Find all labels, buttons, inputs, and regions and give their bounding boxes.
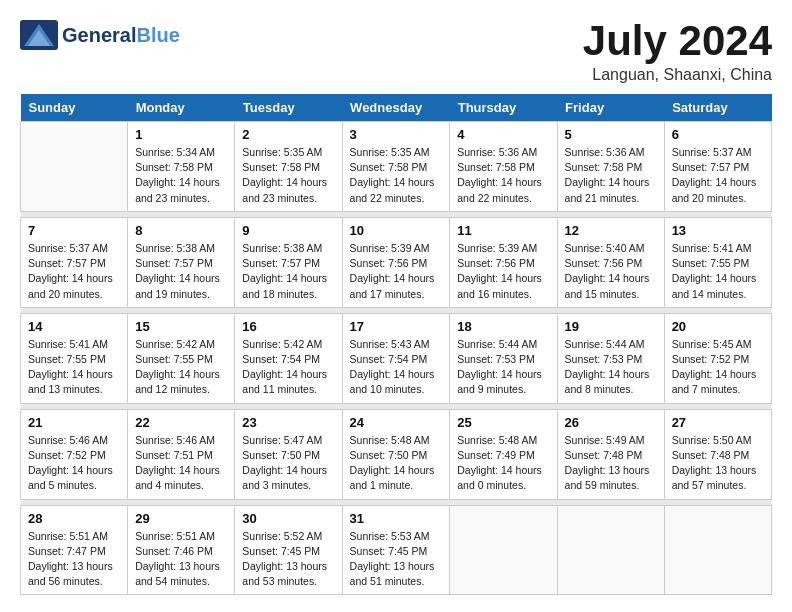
weekday-header-thursday: Thursday <box>450 94 557 122</box>
day-detail: Sunrise: 5:42 AMSunset: 7:54 PMDaylight:… <box>242 337 334 398</box>
day-number: 2 <box>242 127 334 142</box>
day-detail: Sunrise: 5:42 AMSunset: 7:55 PMDaylight:… <box>135 337 227 398</box>
day-detail: Sunrise: 5:35 AMSunset: 7:58 PMDaylight:… <box>242 145 334 206</box>
day-detail: Sunrise: 5:48 AMSunset: 7:50 PMDaylight:… <box>350 433 443 494</box>
day-detail: Sunrise: 5:46 AMSunset: 7:51 PMDaylight:… <box>135 433 227 494</box>
calendar-cell: 10Sunrise: 5:39 AMSunset: 7:56 PMDayligh… <box>342 217 450 307</box>
day-number: 5 <box>565 127 657 142</box>
day-detail: Sunrise: 5:52 AMSunset: 7:45 PMDaylight:… <box>242 529 334 590</box>
day-detail: Sunrise: 5:44 AMSunset: 7:53 PMDaylight:… <box>565 337 657 398</box>
day-number: 14 <box>28 319 120 334</box>
calendar-cell: 19Sunrise: 5:44 AMSunset: 7:53 PMDayligh… <box>557 313 664 403</box>
logo-text-blue: Blue <box>136 24 179 46</box>
day-detail: Sunrise: 5:39 AMSunset: 7:56 PMDaylight:… <box>457 241 549 302</box>
day-number: 25 <box>457 415 549 430</box>
day-number: 3 <box>350 127 443 142</box>
day-detail: Sunrise: 5:37 AMSunset: 7:57 PMDaylight:… <box>28 241 120 302</box>
weekday-header-friday: Friday <box>557 94 664 122</box>
month-title: July 2024 <box>583 20 772 62</box>
day-number: 20 <box>672 319 764 334</box>
day-detail: Sunrise: 5:39 AMSunset: 7:56 PMDaylight:… <box>350 241 443 302</box>
calendar-cell: 7Sunrise: 5:37 AMSunset: 7:57 PMDaylight… <box>21 217 128 307</box>
day-detail: Sunrise: 5:35 AMSunset: 7:58 PMDaylight:… <box>350 145 443 206</box>
calendar-cell: 9Sunrise: 5:38 AMSunset: 7:57 PMDaylight… <box>235 217 342 307</box>
day-number: 29 <box>135 511 227 526</box>
day-detail: Sunrise: 5:53 AMSunset: 7:45 PMDaylight:… <box>350 529 443 590</box>
day-number: 30 <box>242 511 334 526</box>
day-number: 26 <box>565 415 657 430</box>
day-detail: Sunrise: 5:36 AMSunset: 7:58 PMDaylight:… <box>565 145 657 206</box>
day-number: 6 <box>672 127 764 142</box>
day-detail: Sunrise: 5:50 AMSunset: 7:48 PMDaylight:… <box>672 433 764 494</box>
day-number: 4 <box>457 127 549 142</box>
logo-icon <box>20 20 58 50</box>
calendar-cell <box>21 122 128 212</box>
day-number: 24 <box>350 415 443 430</box>
day-number: 12 <box>565 223 657 238</box>
day-number: 11 <box>457 223 549 238</box>
page-header: GeneralBlue July 2024 Languan, Shaanxi, … <box>20 20 772 84</box>
logo-text-general: General <box>62 24 136 46</box>
calendar-cell: 13Sunrise: 5:41 AMSunset: 7:55 PMDayligh… <box>664 217 771 307</box>
day-detail: Sunrise: 5:36 AMSunset: 7:58 PMDaylight:… <box>457 145 549 206</box>
calendar-cell: 23Sunrise: 5:47 AMSunset: 7:50 PMDayligh… <box>235 409 342 499</box>
calendar-cell: 16Sunrise: 5:42 AMSunset: 7:54 PMDayligh… <box>235 313 342 403</box>
calendar-cell: 28Sunrise: 5:51 AMSunset: 7:47 PMDayligh… <box>21 505 128 595</box>
calendar-cell: 26Sunrise: 5:49 AMSunset: 7:48 PMDayligh… <box>557 409 664 499</box>
day-number: 9 <box>242 223 334 238</box>
day-number: 22 <box>135 415 227 430</box>
calendar-cell: 31Sunrise: 5:53 AMSunset: 7:45 PMDayligh… <box>342 505 450 595</box>
calendar-cell: 20Sunrise: 5:45 AMSunset: 7:52 PMDayligh… <box>664 313 771 403</box>
day-number: 15 <box>135 319 227 334</box>
day-detail: Sunrise: 5:37 AMSunset: 7:57 PMDaylight:… <box>672 145 764 206</box>
day-number: 31 <box>350 511 443 526</box>
calendar-cell: 3Sunrise: 5:35 AMSunset: 7:58 PMDaylight… <box>342 122 450 212</box>
day-detail: Sunrise: 5:47 AMSunset: 7:50 PMDaylight:… <box>242 433 334 494</box>
day-number: 17 <box>350 319 443 334</box>
calendar-cell: 2Sunrise: 5:35 AMSunset: 7:58 PMDaylight… <box>235 122 342 212</box>
day-number: 7 <box>28 223 120 238</box>
calendar-cell: 1Sunrise: 5:34 AMSunset: 7:58 PMDaylight… <box>128 122 235 212</box>
calendar-cell: 17Sunrise: 5:43 AMSunset: 7:54 PMDayligh… <box>342 313 450 403</box>
calendar-cell <box>664 505 771 595</box>
day-detail: Sunrise: 5:44 AMSunset: 7:53 PMDaylight:… <box>457 337 549 398</box>
day-detail: Sunrise: 5:40 AMSunset: 7:56 PMDaylight:… <box>565 241 657 302</box>
calendar-table: SundayMondayTuesdayWednesdayThursdayFrid… <box>20 94 772 595</box>
weekday-header-saturday: Saturday <box>664 94 771 122</box>
calendar-cell: 21Sunrise: 5:46 AMSunset: 7:52 PMDayligh… <box>21 409 128 499</box>
calendar-cell: 22Sunrise: 5:46 AMSunset: 7:51 PMDayligh… <box>128 409 235 499</box>
day-detail: Sunrise: 5:43 AMSunset: 7:54 PMDaylight:… <box>350 337 443 398</box>
calendar-cell: 11Sunrise: 5:39 AMSunset: 7:56 PMDayligh… <box>450 217 557 307</box>
day-number: 8 <box>135 223 227 238</box>
day-detail: Sunrise: 5:51 AMSunset: 7:47 PMDaylight:… <box>28 529 120 590</box>
calendar-cell: 14Sunrise: 5:41 AMSunset: 7:55 PMDayligh… <box>21 313 128 403</box>
calendar-cell: 12Sunrise: 5:40 AMSunset: 7:56 PMDayligh… <box>557 217 664 307</box>
weekday-header-monday: Monday <box>128 94 235 122</box>
day-detail: Sunrise: 5:41 AMSunset: 7:55 PMDaylight:… <box>672 241 764 302</box>
calendar-cell: 6Sunrise: 5:37 AMSunset: 7:57 PMDaylight… <box>664 122 771 212</box>
calendar-cell <box>557 505 664 595</box>
calendar-cell: 29Sunrise: 5:51 AMSunset: 7:46 PMDayligh… <box>128 505 235 595</box>
location: Languan, Shaanxi, China <box>583 66 772 84</box>
day-number: 23 <box>242 415 334 430</box>
day-number: 1 <box>135 127 227 142</box>
day-number: 13 <box>672 223 764 238</box>
weekday-header-sunday: Sunday <box>21 94 128 122</box>
day-detail: Sunrise: 5:41 AMSunset: 7:55 PMDaylight:… <box>28 337 120 398</box>
calendar-cell <box>450 505 557 595</box>
title-block: July 2024 Languan, Shaanxi, China <box>583 20 772 84</box>
day-detail: Sunrise: 5:45 AMSunset: 7:52 PMDaylight:… <box>672 337 764 398</box>
day-detail: Sunrise: 5:46 AMSunset: 7:52 PMDaylight:… <box>28 433 120 494</box>
calendar-cell: 8Sunrise: 5:38 AMSunset: 7:57 PMDaylight… <box>128 217 235 307</box>
weekday-header-wednesday: Wednesday <box>342 94 450 122</box>
day-number: 19 <box>565 319 657 334</box>
calendar-cell: 30Sunrise: 5:52 AMSunset: 7:45 PMDayligh… <box>235 505 342 595</box>
day-number: 18 <box>457 319 549 334</box>
calendar-cell: 15Sunrise: 5:42 AMSunset: 7:55 PMDayligh… <box>128 313 235 403</box>
day-detail: Sunrise: 5:48 AMSunset: 7:49 PMDaylight:… <box>457 433 549 494</box>
day-number: 16 <box>242 319 334 334</box>
day-detail: Sunrise: 5:38 AMSunset: 7:57 PMDaylight:… <box>135 241 227 302</box>
day-number: 10 <box>350 223 443 238</box>
day-detail: Sunrise: 5:51 AMSunset: 7:46 PMDaylight:… <box>135 529 227 590</box>
day-number: 28 <box>28 511 120 526</box>
